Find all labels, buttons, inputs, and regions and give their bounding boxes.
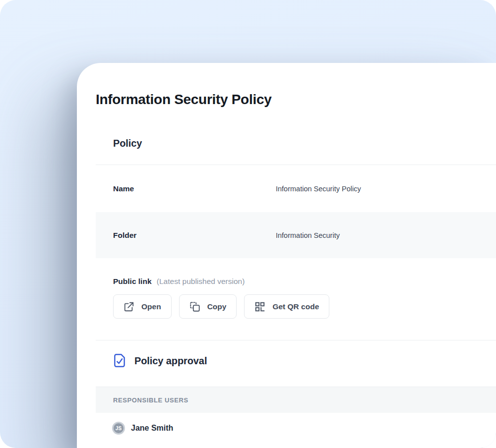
detail-label: Folder — [113, 231, 276, 240]
open-button[interactable]: Open — [113, 294, 172, 319]
responsible-users-header: RESPONSIBLE USERS — [113, 396, 188, 404]
public-link-line: Public link (Latest published version) — [113, 276, 245, 287]
detail-value: Information Security — [276, 231, 340, 239]
qr-button-label: Get QR code — [272, 302, 319, 311]
detail-value: Information Security Policy — [276, 185, 361, 193]
responsible-users-header-band: RESPONSIBLE USERS — [96, 387, 496, 413]
get-qr-code-button[interactable]: Get QR code — [244, 294, 329, 319]
section-heading-policy: Policy — [113, 136, 142, 150]
public-link-hint: (Latest published version) — [157, 277, 245, 285]
avatar: JS — [112, 422, 125, 435]
copy-icon — [189, 301, 200, 312]
external-link-icon — [124, 301, 134, 312]
detail-row-folder[interactable]: Folder Information Security — [96, 212, 496, 258]
copy-button[interactable]: Copy — [179, 294, 237, 319]
approval-heading: Policy approval — [134, 355, 207, 367]
document-check-icon — [113, 353, 126, 368]
detail-label: Name — [113, 184, 276, 193]
user-name: Jane Smith — [131, 424, 173, 433]
user-row[interactable]: JS Jane Smith — [112, 422, 173, 435]
divider — [96, 340, 496, 340]
copy-button-label: Copy — [207, 302, 227, 311]
qr-code-icon — [254, 301, 265, 312]
detail-row-name[interactable]: Name Information Security Policy — [96, 165, 496, 212]
public-link-buttons: Open Copy Get QR code — [113, 294, 329, 319]
public-link-label: Public link — [113, 277, 152, 285]
page-title: Information Security Policy — [96, 91, 271, 108]
open-button-label: Open — [141, 302, 161, 311]
policy-card: Information Security Policy Policy Name … — [77, 63, 496, 448]
screen-background: Information Security Policy Policy Name … — [0, 0, 496, 448]
avatar-initials: JS — [116, 426, 122, 431]
approval-section-header: Policy approval — [113, 353, 207, 368]
